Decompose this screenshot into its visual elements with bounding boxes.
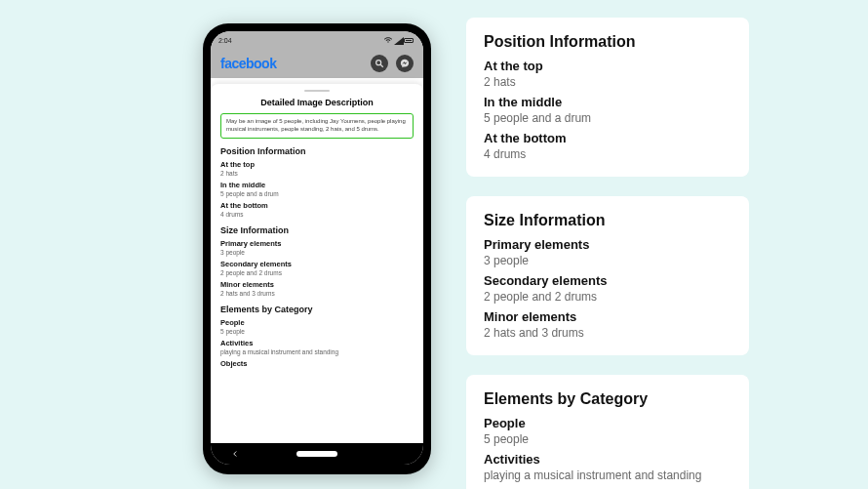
size-primary-label: Primary elements: [220, 239, 414, 248]
cat-people-value: 5 people: [220, 328, 414, 335]
cat-people-label: People: [220, 318, 414, 327]
sheet-title: Detailed Image Description: [220, 98, 414, 107]
card-primary-value: 3 people: [484, 254, 731, 267]
back-button[interactable]: [230, 445, 240, 463]
pos-mid-value: 5 people and a drum: [220, 190, 414, 197]
section-position: Position Information At the top 2 hats I…: [220, 146, 414, 218]
card-size: Size Information Primary elements 3 peop…: [466, 196, 749, 355]
cellular-icon: [394, 37, 402, 43]
bottom-sheet: Detailed Image Description May be an ima…: [211, 84, 423, 443]
detail-cards: Position Information At the top 2 hats I…: [466, 18, 749, 489]
image-description: May be an image of 5 people, including J…: [220, 113, 414, 139]
size-minor-label: Minor elements: [220, 280, 414, 289]
card-activities-value: playing a musical instrument and standin…: [484, 469, 731, 482]
pos-bot-value: 4 drums: [220, 211, 414, 218]
statusbar: 2:04: [211, 31, 423, 49]
card-top-value: 2 hats: [484, 75, 731, 89]
card-heading: Elements by Category: [484, 390, 731, 408]
clock: 2:04: [218, 37, 232, 44]
card-bot-value: 4 drums: [484, 147, 731, 161]
facebook-logo: facebook: [220, 56, 276, 71]
section-heading: Size Information: [220, 225, 414, 235]
card-people-label: People: [484, 416, 731, 430]
card-people-value: 5 people: [484, 432, 731, 446]
card-heading: Position Information: [484, 33, 731, 51]
wifi-icon: [384, 36, 392, 45]
card-minor-value: 2 hats and 3 drums: [484, 326, 731, 340]
section-size: Size Information Primary elements 3 peop…: [220, 225, 414, 297]
card-bot-label: At the bottom: [484, 131, 731, 145]
card-activities-label: Activities: [484, 452, 731, 467]
size-secondary-value: 2 people and 2 drums: [220, 269, 414, 276]
card-heading: Size Information: [484, 212, 731, 229]
svg-line-1: [380, 64, 383, 67]
android-navbar: [211, 443, 423, 465]
phone-screen: 2:04 facebook Detailed Image Description: [211, 31, 423, 465]
card-mid-value: 5 people and a drum: [484, 111, 731, 125]
battery-icon: [404, 38, 414, 43]
card-category: Elements by Category People 5 people Act…: [466, 375, 749, 489]
cat-activities-label: Activities: [220, 339, 414, 347]
size-minor-value: 2 hats and 3 drums: [220, 290, 414, 297]
card-minor-label: Minor elements: [484, 309, 731, 324]
cat-objects-label: Objects: [220, 359, 414, 368]
card-secondary-label: Secondary elements: [484, 273, 731, 288]
card-mid-label: In the middle: [484, 95, 731, 109]
appbar: facebook: [211, 49, 423, 78]
pos-top-value: 2 hats: [220, 170, 414, 177]
cat-activities-value: playing a musical instrument and standin…: [220, 348, 414, 355]
card-secondary-value: 2 people and 2 drums: [484, 290, 731, 304]
drag-handle[interactable]: [304, 90, 330, 92]
card-top-label: At the top: [484, 59, 731, 73]
pos-top-label: At the top: [220, 160, 414, 169]
messenger-icon[interactable]: [396, 55, 414, 72]
card-primary-label: Primary elements: [484, 237, 731, 252]
pos-mid-label: In the middle: [220, 181, 414, 189]
section-heading: Position Information: [220, 146, 414, 156]
home-pill[interactable]: [296, 451, 337, 457]
size-primary-value: 3 people: [220, 249, 414, 256]
card-position: Position Information At the top 2 hats I…: [466, 18, 749, 177]
section-heading: Elements by Category: [220, 305, 414, 314]
pos-bot-label: At the bottom: [220, 201, 414, 210]
size-secondary-label: Secondary elements: [220, 260, 414, 268]
section-category: Elements by Category People 5 people Act…: [220, 305, 414, 369]
svg-point-0: [376, 61, 381, 65]
phone-frame: 2:04 facebook Detailed Image Description: [203, 23, 431, 474]
search-icon[interactable]: [371, 55, 388, 72]
